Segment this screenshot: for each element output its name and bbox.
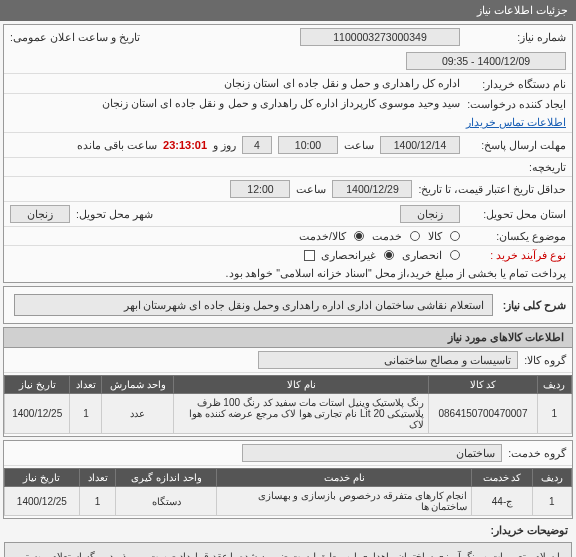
radio-non[interactable] <box>384 250 394 260</box>
contact-link[interactable]: اطلاعات تماس خریدار <box>466 116 566 129</box>
cell-idx: 1 <box>537 394 571 434</box>
scol-unit: واحد اندازه گیری <box>116 469 217 487</box>
subject-type-radios: کالا خدمت کالا/خدمت <box>299 230 460 242</box>
table-row: 1 ج-44 انجام کارهای متفرقه درخصوص بازساز… <box>5 487 572 516</box>
cell-unit: عدد <box>102 394 174 434</box>
process-radios: انحصاری غیرانحصاری <box>321 249 460 261</box>
buyer-org-value: اداره کل راهداری و حمل و نقل جاده ای است… <box>224 77 460 90</box>
scell-unit: دستگاه <box>116 487 217 516</box>
days-left: 4 <box>242 136 272 154</box>
service-section: گروه خدمت: ساختمان ردیف کد خدمت نام خدمت… <box>3 440 573 519</box>
scell-idx: 1 <box>532 487 571 516</box>
goods-section: اطلاعات کالاهای مورد نیاز گروه کالا: تاس… <box>3 327 573 437</box>
col-deliver: تاریخ نیاز <box>5 376 70 394</box>
remain-label: ساعت باقی مانده <box>77 139 157 151</box>
payment-note: پرداخت تمام یا بخشی از مبلغ خرید،از محل … <box>226 267 566 279</box>
goods-table: ردیف کد کالا نام کالا واحد شمارش تعداد ت… <box>4 375 572 434</box>
payment-checkbox[interactable] <box>304 250 315 261</box>
proc-non: غیرانحصاری <box>321 249 376 261</box>
opt-goods: کالا <box>428 230 442 242</box>
radio-exclusive[interactable] <box>450 250 460 260</box>
min-valid-date: 1400/12/29 <box>332 180 412 198</box>
goods-group-label: گروه کالا: <box>524 354 566 366</box>
radio-both[interactable] <box>354 231 364 241</box>
creator-value: سید وحید موسوی کارپرداز اداره کل راهداری… <box>102 97 460 110</box>
process-label: نوع فرآیند خرید : <box>466 249 566 261</box>
scol-name: نام خدمت <box>217 469 472 487</box>
cell-qty: 1 <box>70 394 102 434</box>
deadline-time: 10:00 <box>278 136 338 154</box>
buyer-org-label: نام دستگاه خریدار: <box>466 78 566 90</box>
deadline-date: 1400/12/14 <box>380 136 460 154</box>
deadline-label: مهلت ارسال پاسخ: <box>466 139 566 151</box>
province-value: زنجان <box>400 205 460 223</box>
desc-title-label: شرح کلی نیاز: <box>503 299 566 311</box>
section-header: جزئیات اطلاعات نیاز <box>0 0 576 21</box>
col-name: نام کالا <box>174 376 429 394</box>
radio-goods[interactable] <box>450 231 460 241</box>
city-label: شهر محل تحویل: <box>76 208 153 220</box>
service-group-label: گروه خدمت: <box>508 447 566 459</box>
service-table: ردیف کد خدمت نام خدمت واحد اندازه گیری ت… <box>4 468 572 516</box>
announce-value: 1400/12/09 - 09:35 <box>406 52 566 70</box>
opt-both: کالا/خدمت <box>299 230 346 242</box>
goods-group-value: تاسیسات و مصالح ساختمانی <box>258 351 518 369</box>
subject-type-label: موضوع یکسان: <box>466 230 566 242</box>
scol-row: ردیف <box>532 469 571 487</box>
scol-code: کد خدمت <box>472 469 532 487</box>
day-label: روز و <box>213 139 236 151</box>
time-label-2: ساعت <box>296 183 326 195</box>
cell-code: 0864150700470007 <box>429 394 537 434</box>
scell-qty: 1 <box>79 487 116 516</box>
col-row: ردیف <box>537 376 571 394</box>
announce-label: تاریخ و ساعت اعلان عمومی: <box>10 31 140 43</box>
scell-code: ج-44 <box>472 487 532 516</box>
min-valid-label: حداقل تاریخ اعتبار قیمت، تا تاریخ: <box>418 183 566 195</box>
table-row: 1 0864150700470007 رنگ پلاستیک وینیل است… <box>5 394 572 434</box>
history-label: تاریخچه: <box>466 161 566 173</box>
col-qty: تعداد <box>70 376 102 394</box>
city-value: زنجان <box>10 205 70 223</box>
scol-deliver: تاریخ نیاز <box>5 469 80 487</box>
radio-service[interactable] <box>410 231 420 241</box>
header-title: جزئیات اطلاعات نیاز <box>477 4 568 16</box>
scol-qty: تعداد <box>79 469 116 487</box>
description-section: شرح کلی نیاز: استعلام نقاشی ساختمان ادار… <box>3 286 573 324</box>
min-valid-time: 12:00 <box>230 180 290 198</box>
creator-label: ایجاد کننده درخواست: <box>466 98 566 110</box>
opt-service: خدمت <box>372 230 402 242</box>
countdown: 23:13:01 <box>163 139 207 151</box>
notes-box: با سلام . تعمیرات و رنگ آمیزی ساختمان را… <box>4 542 572 557</box>
scell-name: انجام کارهای متفرقه درخصوص بازسازی و بهس… <box>217 487 472 516</box>
cell-deliver: 1400/12/25 <box>5 394 70 434</box>
proc-exclusive: انحصاری <box>402 249 442 261</box>
goods-section-title: اطلاعات کالاهای مورد نیاز <box>4 328 572 348</box>
cell-name: رنگ پلاستیک وینیل استات مات سفید کد رنگ … <box>174 394 429 434</box>
main-info-section: شماره نیاز: 1100003273000349 تاریخ و ساع… <box>3 24 573 283</box>
scell-deliver: 1400/12/25 <box>5 487 80 516</box>
need-no-label: شماره نیاز: <box>466 31 566 43</box>
need-no-value: 1100003273000349 <box>300 28 460 46</box>
time-label-1: ساعت <box>344 139 374 151</box>
province-label: استان محل تحویل: <box>466 208 566 220</box>
col-code: کد کالا <box>429 376 537 394</box>
notes-label: توضیحات خریدار: <box>491 524 568 536</box>
col-unit: واحد شمارش <box>102 376 174 394</box>
desc-text: استعلام نقاشی ساختمان اداری اداره راهدار… <box>14 294 493 316</box>
service-group-value: ساختمان <box>242 444 502 462</box>
